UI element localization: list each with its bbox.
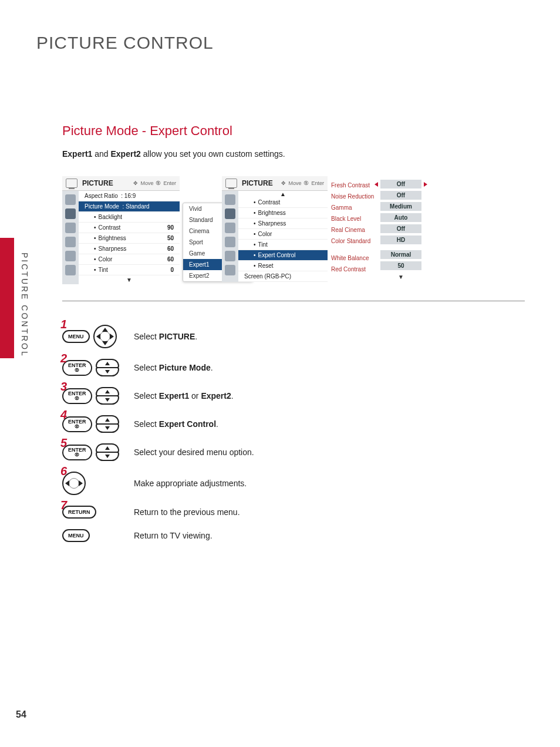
tv-screen-left-wrap: PICTURE ✥ Move ⦿ Enter [62, 176, 180, 284]
remote-menu-button[interactable]: MENU [62, 330, 90, 343]
picture-option-row[interactable]: •Contrast [238, 197, 328, 208]
remote-dpad-button[interactable] [93, 325, 117, 348]
step-buttons: MENU [62, 529, 127, 542]
setting-label: Red Contrast [328, 264, 380, 275]
remote-menu-button[interactable]: MENU [62, 529, 90, 542]
remote-return-button[interactable]: RETURN [62, 506, 96, 519]
menu-icon[interactable] [65, 251, 76, 261]
menu-icon[interactable] [65, 237, 76, 247]
hdr-move: Move [140, 180, 153, 186]
picture-option-row[interactable]: •Brightness50 [79, 233, 180, 244]
setting-value[interactable]: Medium [380, 202, 421, 211]
setting-value[interactable]: Auto [380, 213, 421, 222]
remote-dpad-button[interactable] [62, 472, 86, 495]
setting-value[interactable]: HD [380, 235, 421, 244]
setting-label: Real Cinema [328, 224, 380, 235]
step-number: 4 [60, 408, 67, 422]
menu-icon[interactable] [225, 265, 235, 275]
tv-right-scroll-up[interactable]: ▲ [238, 191, 328, 197]
tv-left-iconcol [62, 191, 79, 284]
setting-label: Gamma [328, 202, 380, 213]
picture-option-row[interactable]: •Expert Control [238, 250, 328, 261]
step-number: 7 [60, 499, 67, 512]
setting-value[interactable]: Off [380, 180, 421, 189]
setting-label: Noise Reduction [328, 191, 380, 202]
dpad-icon: ✥ [133, 180, 138, 186]
section-title: Picture Mode - Expert Control [62, 123, 525, 139]
intro-bold-2: Expert2 [111, 149, 141, 159]
setting-value[interactable]: Off [380, 191, 421, 200]
tv-right-iconcol [222, 191, 238, 282]
setting-value[interactable]: Normal [380, 250, 421, 259]
step-text: Return to the previous menu. [134, 507, 240, 517]
tv-left-panel: Aspect Ratio : 16:9 Picture Mode : Stand… [79, 191, 180, 284]
remote-updown-button[interactable] [96, 443, 119, 461]
picture-mode-row[interactable]: Picture Mode : Standard [79, 201, 180, 212]
tv-screen-right-wrap: PICTURE ✥ Move ⦿ Enter [222, 176, 421, 282]
setting-value[interactable]: Off [380, 224, 421, 233]
picture-option-row[interactable]: •Color [238, 229, 328, 240]
picture-option-row[interactable]: •Color60 [79, 254, 180, 265]
aspect-row[interactable]: Aspect Ratio : 16:9 [79, 191, 180, 201]
picture-option-row[interactable]: •Brightness [238, 208, 328, 218]
setting-label: Black Level [328, 213, 380, 224]
step-number: 5 [60, 436, 67, 450]
tv-screen-right: PICTURE ✥ Move ⦿ Enter [222, 176, 328, 282]
steps-list: 1MENUSelect PICTURE.2ENTER⦿Select Pictur… [62, 325, 525, 542]
menu-icon[interactable] [65, 223, 76, 233]
tv-right-title: PICTURE [242, 179, 273, 187]
menu-icon[interactable] [225, 194, 235, 205]
step-row: 6Make appropriate adjustments. [62, 472, 525, 495]
step-row: MENUReturn to TV viewing. [62, 529, 525, 542]
menu-icon[interactable] [225, 251, 235, 261]
setting-label: Fresh Contrast [328, 180, 380, 191]
setting-label: White Balance [328, 253, 380, 264]
menu-icon[interactable] [225, 223, 235, 233]
menu-icon-selected[interactable] [225, 208, 235, 219]
step-row: 2ENTER⦿Select Picture Mode. [62, 359, 525, 376]
screen-rgb-row[interactable]: Screen (RGB-PC) [238, 271, 328, 282]
menu-icon[interactable] [65, 265, 76, 275]
tv-right-panel: ▲ •Contrast•Brightness•Sharpness•Color•T… [238, 191, 328, 282]
menu-icon-selected[interactable] [65, 208, 76, 219]
picture-option-row[interactable]: •Contrast90 [79, 223, 180, 233]
step-number: 1 [60, 318, 67, 331]
side-color-tab [0, 238, 14, 358]
step-row: 5ENTER⦿Select your desired menu option. [62, 443, 525, 461]
page-title: PICTURE CONTROL [36, 33, 214, 53]
picture-option-row[interactable]: •Sharpness [238, 218, 328, 229]
step-buttons: MENU [62, 325, 127, 348]
picture-option-row[interactable]: •Tint0 [79, 265, 180, 275]
step-buttons: RETURN [62, 506, 127, 519]
step-row: 1MENUSelect PICTURE. [62, 325, 525, 348]
hdr-enter: Enter [311, 180, 324, 186]
step-row: 3ENTER⦿Select Expert1 or Expert2. [62, 387, 525, 405]
picture-option-row[interactable]: •Reset [238, 261, 328, 271]
tv-screen-left: PICTURE ✥ Move ⦿ Enter [62, 176, 180, 284]
picture-option-row[interactable]: •Sharpness60 [79, 244, 180, 254]
tv-left-header: PICTURE ✥ Move ⦿ Enter [62, 176, 180, 191]
settings-scroll-down[interactable]: ▼ [380, 272, 421, 280]
hdr-enter: Enter [163, 180, 176, 186]
step-text: Make appropriate adjustments. [134, 479, 247, 488]
page-number: 54 [16, 709, 26, 720]
step-buttons: ENTER⦿ [62, 443, 127, 461]
intro-bold-1: Expert1 [62, 149, 92, 159]
tv-icon [66, 179, 77, 188]
remote-updown-button[interactable] [96, 415, 119, 433]
picture-option-row[interactable]: •Backlight [79, 212, 180, 223]
menu-icon[interactable] [225, 237, 235, 247]
remote-updown-button[interactable] [96, 387, 119, 405]
picture-option-row[interactable]: •Tint [238, 240, 328, 250]
step-row: 4ENTER⦿Select Expert Control. [62, 415, 525, 433]
tv-icon [225, 179, 237, 188]
menu-icon[interactable] [65, 194, 76, 205]
setting-value[interactable]: 50 [380, 261, 421, 270]
step-text: Select PICTURE. [134, 332, 197, 341]
side-section-label: PICTURE CONTROL [18, 253, 29, 358]
tv-left-scroll-down[interactable]: ▼ [79, 275, 180, 284]
step-text: Return to TV viewing. [134, 531, 212, 540]
intro-text: Expert1 and Expert2 allow you set you ow… [62, 149, 525, 159]
divider [62, 301, 525, 301]
remote-updown-button[interactable] [96, 359, 119, 376]
